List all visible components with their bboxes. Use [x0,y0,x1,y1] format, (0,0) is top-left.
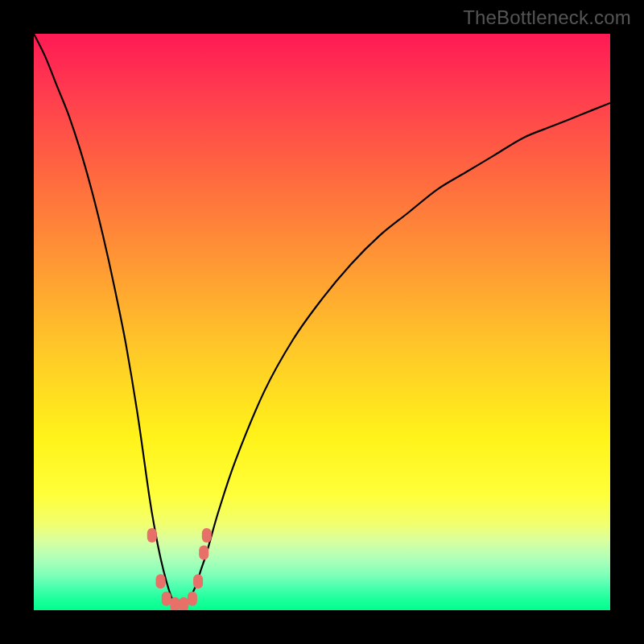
curve-marker [179,597,188,610]
curve-marker [199,545,208,559]
curve-marker [156,574,166,588]
curve-layer [34,34,610,610]
curve-marker [188,592,197,606]
plot-area [34,34,610,610]
watermark-text: TheBottleneck.com [463,6,631,29]
curve-marker [193,574,203,588]
curve-marker [147,528,157,543]
bottleneck-curve [34,34,610,605]
chart-frame: TheBottleneck.com [0,0,644,644]
curve-marker [162,592,171,606]
curve-marker [202,528,212,543]
curve-marker [170,597,180,610]
